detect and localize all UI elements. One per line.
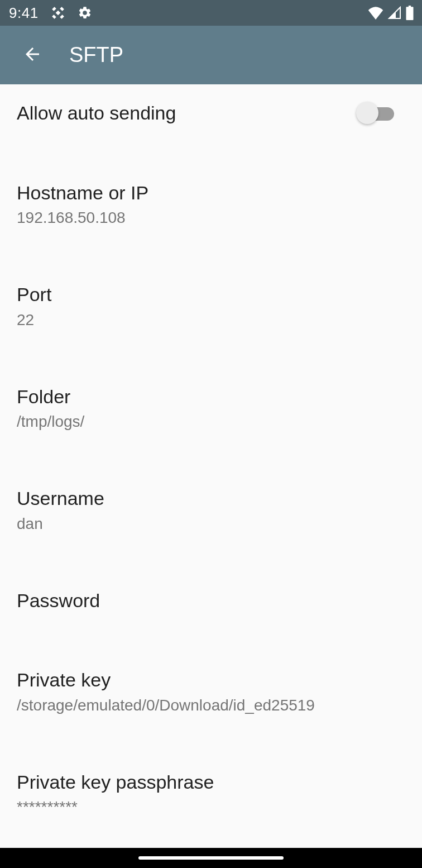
setting-value: 192.168.50.108 bbox=[17, 209, 405, 227]
status-bar: 9:41 bbox=[0, 0, 422, 26]
setting-private-key[interactable]: Private key /storage/emulated/0/Download… bbox=[0, 651, 422, 731]
home-handle[interactable] bbox=[138, 856, 284, 860]
setting-title: Hostname or IP bbox=[17, 181, 405, 205]
setting-value: 22 bbox=[17, 311, 405, 329]
setting-value: dan bbox=[17, 515, 405, 533]
setting-title: Username bbox=[17, 487, 405, 511]
status-right bbox=[367, 6, 414, 20]
app-bar: SFTP bbox=[0, 26, 422, 84]
toggle-switch[interactable] bbox=[357, 102, 397, 124]
setting-value: /tmp/logs/ bbox=[17, 413, 405, 431]
setting-title: Folder bbox=[17, 385, 405, 409]
cell-icon bbox=[387, 6, 402, 20]
setting-title: Port bbox=[17, 283, 405, 307]
setting-folder[interactable]: Folder /tmp/logs/ bbox=[0, 368, 422, 448]
setting-title: Private key passphrase bbox=[17, 770, 405, 794]
status-left: 9:41 bbox=[9, 4, 92, 22]
setting-title: Allow auto sending bbox=[17, 101, 176, 125]
status-time: 9:41 bbox=[9, 4, 39, 22]
setting-value: ********** bbox=[17, 798, 405, 816]
setting-title: Private key bbox=[17, 668, 405, 692]
battery-icon bbox=[405, 6, 414, 20]
gear-icon bbox=[78, 6, 92, 20]
wifi-icon bbox=[367, 6, 384, 20]
arrow-left-icon bbox=[22, 44, 42, 66]
setting-username[interactable]: Username dan bbox=[0, 470, 422, 550]
page-title: SFTP bbox=[69, 43, 123, 67]
navigation-bar bbox=[0, 848, 422, 868]
setting-private-key-passphrase[interactable]: Private key passphrase ********** bbox=[0, 753, 422, 833]
setting-password[interactable]: Password bbox=[0, 572, 422, 629]
back-button[interactable] bbox=[16, 39, 49, 72]
toggle-thumb bbox=[356, 102, 378, 124]
setting-allow-auto-sending[interactable]: Allow auto sending bbox=[0, 84, 422, 142]
tools-icon bbox=[51, 6, 65, 20]
settings-list: Allow auto sending Hostname or IP 192.16… bbox=[0, 84, 422, 868]
setting-port[interactable]: Port 22 bbox=[0, 266, 422, 346]
setting-title: Password bbox=[17, 589, 405, 613]
setting-value: /storage/emulated/0/Download/id_ed25519 bbox=[17, 697, 405, 714]
setting-hostname[interactable]: Hostname or IP 192.168.50.108 bbox=[0, 164, 422, 244]
